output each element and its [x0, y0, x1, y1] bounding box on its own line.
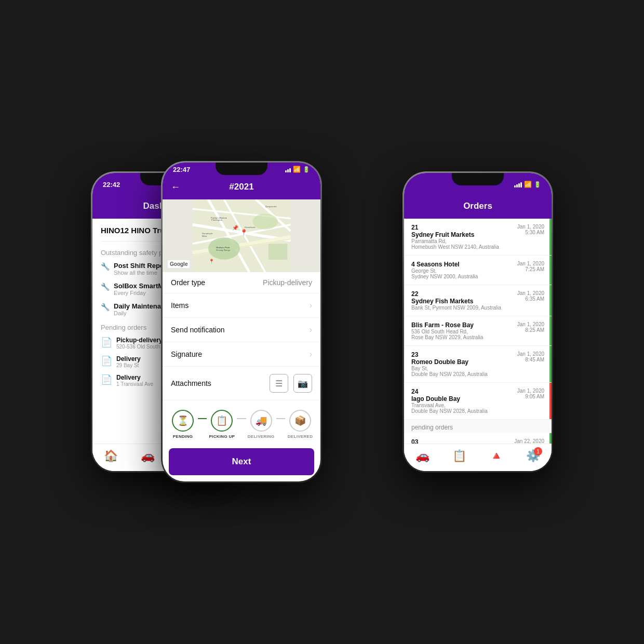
- items-label: Items: [171, 301, 189, 310]
- status-icons-center: 📶 🔋: [285, 166, 310, 173]
- nav-car-icon-right[interactable]: 🚗: [415, 449, 430, 463]
- order-row-seasons: 4 Seasons Hotel George St, Sydney NSW 20…: [411, 261, 544, 279]
- order-23-time: 8:45 AM: [517, 357, 544, 363]
- order-23-date: Jan 1, 2020: [517, 351, 544, 357]
- google-logo: Google: [168, 260, 190, 268]
- items-chevron: ›: [310, 301, 312, 310]
- cbar1: [285, 170, 287, 172]
- order-24-num: 24: [411, 388, 488, 395]
- connector-1: [198, 418, 207, 419]
- order-list-item-23[interactable]: 23 Romeo Double Bay Bay St, Double Bay N…: [404, 346, 552, 383]
- step-picking: 📋 PICKING UP: [207, 410, 237, 439]
- send-notification-row[interactable]: Send notification ›: [163, 318, 320, 342]
- order-24-datetime: Jan 1, 2020 9:05 AM: [517, 388, 544, 399]
- order-23-datetime: Jan 1, 2020 8:45 AM: [517, 351, 544, 363]
- step-label-picking: PICKING UP: [209, 434, 235, 439]
- time-center: 22:47: [173, 166, 190, 173]
- order-blis-name: Blis Farm - Rose Bay: [411, 321, 483, 329]
- cbar3: [289, 168, 291, 172]
- orders-screen: 📶 🔋 Orders 21 Sydney Fruit: [404, 173, 552, 471]
- order-list-item-seasons[interactable]: 4 Seasons Hotel George St, Sydney NSW 20…: [404, 256, 552, 285]
- order-list-item-24[interactable]: 24 Iago Double Bay Transvaal Ave, Double…: [404, 383, 552, 420]
- attachments-label: Attachments: [171, 379, 211, 387]
- order-24-time: 9:05 AM: [517, 394, 544, 399]
- order-21-addr: Parramatta Rd,: [411, 238, 499, 244]
- items-row[interactable]: Items ›: [163, 293, 320, 318]
- progress-steps: ⏳ PENDING 📋 PICKING UP 🚚 DELIVERING: [163, 400, 320, 444]
- order-23-addr2: Double Bay NSW 2028, Australia: [411, 371, 488, 377]
- back-button[interactable]: ←: [171, 182, 180, 193]
- order-seasons-addr: George St,: [411, 268, 478, 274]
- right-phone-inner: 📶 🔋 Orders 21 Sydney Fruit: [404, 173, 552, 471]
- settings-badge: 1: [534, 447, 542, 455]
- svg-text:📍: 📍: [240, 229, 248, 237]
- battery-icon-right: 🔋: [534, 181, 541, 188]
- send-notification-label: Send notification: [171, 326, 225, 334]
- svg-text:Homebush: Homebush: [202, 232, 213, 235]
- order-text-2: Delivery 29 Bay St: [116, 355, 141, 368]
- nav-docs-icon-right[interactable]: 📋: [452, 449, 466, 463]
- order-22-info: 22 Sydney Fish Markets Bank St, Pyrmont …: [411, 290, 501, 311]
- svg-text:📍: 📍: [209, 259, 214, 264]
- nav-navigate-icon-right[interactable]: 🔺: [489, 449, 503, 463]
- svg-text:Homebush: Homebush: [245, 226, 256, 229]
- attach-icons: ☰ 📷: [270, 374, 312, 393]
- notification-chevron: ›: [310, 325, 312, 334]
- order-21-addr2: Homebush West NSW 2140, Australia: [411, 244, 499, 250]
- order-24-info: 24 Iago Double Bay Transvaal Ave, Double…: [411, 388, 488, 414]
- nav-settings-icon-right[interactable]: ⚙️ 1: [526, 449, 540, 463]
- nav-home-icon[interactable]: 🏠: [104, 449, 118, 463]
- order-24-name: Iago Double Bay: [411, 395, 488, 403]
- svg-text:📌: 📌: [232, 224, 239, 231]
- rbar3: [518, 183, 520, 187]
- step-delivered: 📦 DELIVERED: [285, 410, 315, 439]
- attachments-row: Attachments ☰ 📷: [163, 367, 320, 400]
- step-label-delivering: DELIVERING: [248, 434, 275, 439]
- order-21-time: 5:30 AM: [517, 230, 544, 235]
- connector-3: [276, 418, 285, 419]
- battery-icon-center: 🔋: [303, 166, 310, 173]
- pending-section-header: pending orders: [404, 420, 552, 433]
- status-bar-center: 22:47 📶 🔋: [163, 163, 320, 177]
- order-22-time: 6:35 AM: [517, 296, 544, 302]
- nav-car-icon[interactable]: 🚗: [141, 449, 155, 463]
- order-21-info: 21 Sydney Fruit Markets Parramatta Rd, H…: [411, 224, 499, 250]
- map-view: Hudson Park Driving Range Homebush West …: [163, 199, 320, 272]
- wrench-icon-3: 🔧: [101, 303, 110, 311]
- signature-chevron: ›: [310, 350, 312, 359]
- order-list-item-blis[interactable]: Blis Farm - Rose Bay 536 Old South Head …: [404, 316, 552, 346]
- step-label-pending: PENDING: [173, 434, 193, 439]
- order-list-item-21[interactable]: 21 Sydney Fruit Markets Parramatta Rd, H…: [404, 219, 552, 256]
- order-24-addr: Transvaal Ave,: [411, 403, 488, 408]
- order-22-name: Sydney Fish Markets: [411, 298, 501, 305]
- order-seasons-name: 4 Seasons Hotel: [411, 261, 478, 268]
- order-22-addr: Bank St, Pyrmont NSW 2009, Australia: [411, 305, 501, 311]
- attach-camera-btn[interactable]: 📷: [293, 374, 312, 393]
- center-phone: 22:47 📶 🔋 ← #2021: [161, 161, 322, 483]
- order-text-3: Delivery 1 Transvaal Ave: [116, 374, 153, 387]
- order-list-item-22[interactable]: 22 Sydney Fish Markets Bank St, Pyrmont …: [404, 285, 552, 316]
- order-type-value: Pickup-delivery: [263, 278, 312, 287]
- rbar4: [520, 182, 522, 187]
- attach-list-btn[interactable]: ☰: [270, 374, 288, 393]
- order-seasons-time: 7:25 AM: [517, 266, 544, 272]
- svg-text:Flemington: Flemington: [211, 219, 223, 221]
- svg-point-11: [252, 213, 278, 229]
- orders-list: 21 Sydney Fruit Markets Parramatta Rd, H…: [404, 219, 552, 471]
- order-23-num: 23: [411, 351, 488, 358]
- center-phone-inner: 22:47 📶 🔋 ← #2021: [163, 163, 320, 481]
- order-23-name: Romeo Double Bay: [411, 358, 488, 366]
- next-button[interactable]: Next: [169, 448, 314, 475]
- order-detail-screen: 22:47 📶 🔋 ← #2021: [163, 163, 320, 481]
- order-21-name: Sydney Fruit Markets: [411, 231, 499, 238]
- svg-text:Quaycentre: Quaycentre: [265, 205, 277, 208]
- order-21-num: 21: [411, 224, 499, 231]
- order-blis-info: Blis Farm - Rose Bay 536 Old South Head …: [411, 321, 483, 340]
- order-title: #2021: [229, 182, 253, 192]
- step-delivering: 🚚 DELIVERING: [246, 410, 276, 439]
- wrench-icon-2: 🔧: [101, 283, 110, 291]
- step-circle-delivering: 🚚: [250, 410, 272, 432]
- doc-icon-2: 📄: [101, 355, 112, 367]
- signature-row[interactable]: Signature ›: [163, 342, 320, 367]
- order-blis-date: Jan 1, 2020: [517, 321, 544, 327]
